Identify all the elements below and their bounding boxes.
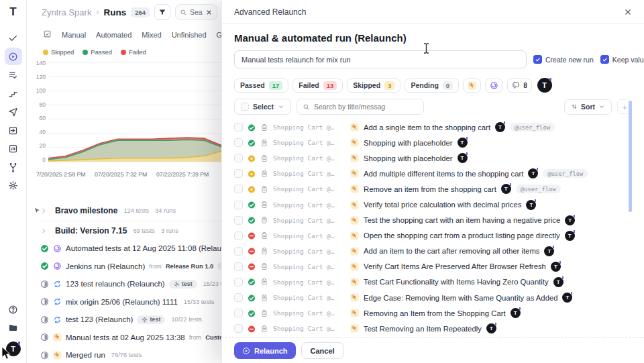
rail-item-chart-box[interactable] — [5, 140, 22, 158]
test-row[interactable]: Shopping Cart @…Test the shopping cart w… — [234, 213, 632, 228]
milestone-row[interactable]: Bravo milestone124 tests34 runs — [27, 202, 223, 220]
rail-item-folder-tray[interactable] — [5, 319, 22, 337]
user-avatar[interactable]: T — [6, 342, 21, 356]
checkbox-checked-icon[interactable] — [533, 55, 542, 64]
row-checkbox[interactable] — [234, 293, 243, 302]
rail-item-list-check[interactable] — [5, 66, 22, 84]
rail-item-branch[interactable] — [5, 158, 22, 176]
tab-unfinished[interactable]: Unfinished — [172, 31, 207, 39]
row-checkbox[interactable] — [234, 231, 243, 240]
test-row[interactable]: Shopping Cart @…Test Cart Functionality … — [234, 274, 632, 290]
status-chip-passed[interactable]: Passed17 — [234, 79, 288, 93]
assignee-avatar[interactable]: T — [458, 138, 468, 148]
create-new-run-option[interactable]: Create new run — [533, 55, 594, 64]
test-row[interactable]: Shopping Cart @…Shopping with placeholde… — [234, 135, 632, 150]
test-row[interactable]: Shopping Cart @…Open the shopping cart f… — [234, 228, 632, 244]
assignee-avatar[interactable]: T — [562, 293, 572, 303]
type-filter-automated[interactable] — [485, 79, 503, 93]
milestone-row[interactable]: Build: Version 7.1569 tests3 runs — [27, 222, 223, 240]
expand-chevron-icon[interactable] — [40, 227, 47, 234]
run-row[interactable]: Merged run76/76 tests — [27, 346, 223, 363]
row-checkbox[interactable] — [234, 278, 243, 287]
assignee-filter-avatar[interactable]: T — [537, 78, 552, 93]
breadcrumb-project[interactable]: Zyntra Spark — [42, 7, 91, 17]
run-row[interactable]: Jenkins run (Relaunch)fromRelease Run 1.… — [27, 258, 223, 276]
test-row[interactable]: Shopping Cart @…Remove an item from the … — [234, 181, 632, 197]
type-filter-manual[interactable] — [463, 79, 481, 93]
row-checkbox[interactable] — [234, 169, 243, 178]
select-checkbox[interactable] — [241, 103, 249, 111]
tab-mixed[interactable]: Mixed — [142, 31, 161, 39]
rail-item-plane[interactable] — [5, 103, 22, 121]
assignee-avatar[interactable]: T — [553, 277, 564, 287]
row-checkbox[interactable] — [234, 154, 243, 162]
row-checkbox[interactable] — [234, 123, 243, 132]
status-chip-skipped[interactable]: Skipped3 — [347, 79, 400, 93]
rail-item-play-circle[interactable] — [5, 48, 22, 65]
expand-chevron-icon[interactable] — [40, 207, 47, 214]
tests-search[interactable] — [297, 99, 424, 115]
runs-search[interactable] — [175, 4, 217, 20]
cancel-button[interactable]: Cancel — [301, 342, 344, 359]
row-checkbox[interactable] — [234, 309, 243, 317]
close-icon[interactable] — [624, 8, 632, 16]
test-row[interactable]: Shopping Cart @…Shopping with placeholde… — [234, 150, 632, 166]
row-checkbox[interactable] — [234, 138, 243, 147]
legend-passed[interactable]: Passed — [83, 48, 112, 56]
test-row[interactable]: Shopping Cart @…Verify Cart Items Are Pr… — [234, 259, 632, 274]
modal-scrollbar[interactable] — [629, 101, 632, 212]
rail-item-steps[interactable] — [5, 85, 22, 102]
test-row[interactable]: Shopping Cart @…Add a single item to the… — [234, 119, 632, 135]
select-all-icon[interactable] — [43, 29, 52, 41]
assignee-avatar[interactable]: T — [565, 215, 575, 225]
test-row[interactable]: Shopping Cart @…Add an item to the cart … — [234, 244, 632, 259]
assignee-avatar[interactable]: T — [501, 184, 511, 194]
legend-failed[interactable]: Failed — [121, 48, 146, 56]
checkbox-checked-icon[interactable] — [600, 55, 609, 64]
status-chip-pending[interactable]: Pending0 — [405, 79, 459, 93]
relaunch-button[interactable]: Relaunch — [234, 342, 296, 359]
assignee-avatar[interactable]: T — [495, 122, 505, 132]
test-row[interactable]: Shopping Cart @…Removing an Item from th… — [234, 305, 632, 321]
filter-button[interactable] — [154, 4, 170, 20]
keep-values-option[interactable]: Keep values — [600, 55, 644, 64]
run-row[interactable]: Automated tests at 12 Aug 2025 11:08 (Re… — [27, 240, 223, 258]
run-row[interactable]: Manual tests at 02 Aug 2025 13:38fromCus… — [27, 329, 223, 347]
row-checkbox[interactable] — [234, 185, 243, 193]
assignee-avatar[interactable]: T — [551, 262, 561, 272]
assignee-avatar[interactable]: T — [458, 153, 468, 163]
comments-filter[interactable]: 8 — [507, 79, 532, 93]
run-name-input[interactable] — [234, 50, 527, 68]
row-checkbox[interactable] — [234, 201, 243, 209]
assignee-avatar[interactable]: T — [526, 200, 536, 210]
run-row[interactable]: mix origin 25/06 (Relaunch) 111115/33 te… — [27, 293, 223, 311]
env-chip[interactable]: test — [137, 315, 165, 324]
row-checkbox[interactable] — [234, 324, 243, 333]
test-row[interactable]: Shopping Cart @…Edge Case: Removing Item… — [234, 290, 632, 305]
assignee-avatar[interactable]: T — [544, 246, 554, 256]
app-logo[interactable]: T — [9, 5, 16, 19]
test-row[interactable]: Shopping Cart @…Test Removing an Item Re… — [234, 321, 632, 336]
rail-item-check[interactable] — [5, 30, 22, 47]
test-row[interactable]: Shopping Cart @…Verify total price calcu… — [234, 197, 632, 212]
assignee-avatar[interactable]: T — [486, 323, 496, 333]
assignee-avatar[interactable]: T — [511, 308, 521, 318]
legend-skipped[interactable]: Skipped — [43, 48, 74, 56]
row-checkbox[interactable] — [234, 247, 243, 256]
select-dropdown[interactable]: Select — [234, 99, 291, 115]
assignee-avatar[interactable]: T — [528, 168, 538, 178]
rail-item-help[interactable] — [5, 301, 22, 318]
tests-search-input[interactable] — [314, 103, 418, 111]
env-chip[interactable]: test — [169, 280, 197, 289]
assignee-avatar[interactable]: T — [565, 231, 575, 241]
tab-manual[interactable]: Manual — [62, 31, 86, 39]
row-checkbox[interactable] — [234, 216, 243, 225]
clear-search-icon[interactable] — [205, 9, 213, 16]
run-row[interactable]: 123 test relaunch (Relaunch)test15/23 te… — [27, 275, 223, 293]
row-checkbox[interactable] — [234, 262, 243, 271]
rail-item-gear[interactable] — [5, 177, 22, 195]
sort-button[interactable]: Sort — [564, 99, 612, 115]
runs-search-input[interactable] — [190, 8, 203, 16]
test-row[interactable]: Shopping Cart @…Add multiple different i… — [234, 166, 632, 181]
status-chip-failed[interactable]: Failed13 — [292, 79, 343, 93]
